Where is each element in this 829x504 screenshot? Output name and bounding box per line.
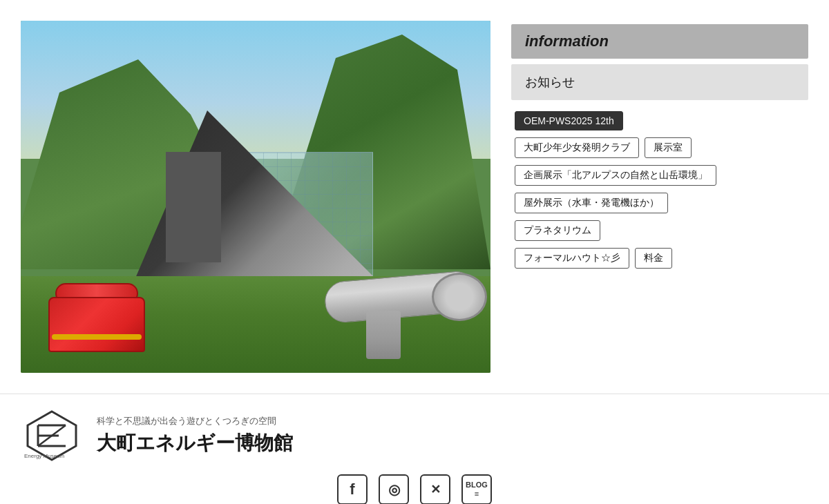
telescope-mount [366, 311, 401, 359]
footer-social: f ◎ ✕ BLOG≡ [21, 474, 808, 504]
turbine [35, 269, 159, 352]
tag-row-4: プラネタリウム [515, 220, 805, 241]
telescope-end [432, 273, 487, 321]
instagram-symbol: ◎ [388, 481, 400, 498]
information-header: information [511, 24, 808, 59]
tag-oem[interactable]: OEM-PWS2025 12th [515, 111, 623, 130]
oshirase-box: お知らせ [511, 64, 808, 100]
instagram-icon[interactable]: ◎ [379, 474, 409, 504]
museum-logo: Energy Museum [21, 408, 83, 463]
footer: Energy Museum 科学と不思議が出会う遊びとくつろぎの空間 大町エネル… [0, 394, 829, 504]
tag-planetarium[interactable]: プラネタリウム [515, 220, 600, 241]
museum-image-panel [21, 21, 490, 373]
tag-row-2: 企画展示「北アルプスの自然と山岳環境」 [515, 165, 805, 186]
footer-subtitle: 科学と不思議が出会う遊びとくつろぎの空間 [97, 415, 808, 427]
tag-fomalhaut[interactable]: フォーマルハウト☆彡 [515, 248, 629, 269]
tag-exhibition-room[interactable]: 展示室 [645, 137, 692, 158]
footer-title: 大町エネルギー博物館 [97, 430, 808, 456]
tag-invention[interactable]: 大町少年少女発明クラブ [515, 137, 639, 158]
oshirase-label: お知らせ [525, 75, 575, 89]
footer-top: Energy Museum 科学と不思議が出会う遊びとくつろぎの空間 大町エネル… [21, 408, 808, 463]
turbine-stripe [52, 334, 142, 340]
tag-row-0: OEM-PWS2025 12th [515, 111, 805, 130]
information-title: information [525, 32, 609, 50]
tag-row-1: 大町少年少女発明クラブ 展示室 [515, 137, 805, 158]
facebook-symbol: f [350, 481, 354, 498]
tags-section: OEM-PWS2025 12th 大町少年少女発明クラブ 展示室 企画展示「北ア… [511, 111, 808, 269]
turbine-body [48, 297, 145, 352]
blog-symbol: BLOG≡ [466, 481, 488, 498]
museum-photo [21, 21, 490, 373]
x-symbol: ✕ [430, 482, 441, 497]
footer-text: 科学と不思議が出会う遊びとくつろぎの空間 大町エネルギー博物館 [97, 415, 808, 456]
svg-text:Energy Museum: Energy Museum [24, 453, 65, 459]
twitter-x-icon[interactable]: ✕ [420, 474, 450, 504]
tag-row-3: 屋外展示（水車・発電機ほか） [515, 193, 805, 213]
facebook-icon[interactable]: f [337, 474, 368, 504]
telescope [297, 221, 490, 359]
tag-outdoor[interactable]: 屋外展示（水車・発電機ほか） [515, 193, 668, 213]
tag-special-exhibition[interactable]: 企画展示「北アルプスの自然と山岳環境」 [515, 165, 716, 186]
building-structure [166, 152, 221, 262]
tag-row-5: フォーマルハウト☆彡 料金 [515, 248, 805, 269]
tag-price[interactable]: 料金 [635, 248, 672, 269]
blog-icon[interactable]: BLOG≡ [461, 474, 492, 504]
info-panel: information お知らせ OEM-PWS2025 12th 大町少年少女… [511, 21, 808, 373]
logo-svg: Energy Museum [21, 408, 83, 463]
